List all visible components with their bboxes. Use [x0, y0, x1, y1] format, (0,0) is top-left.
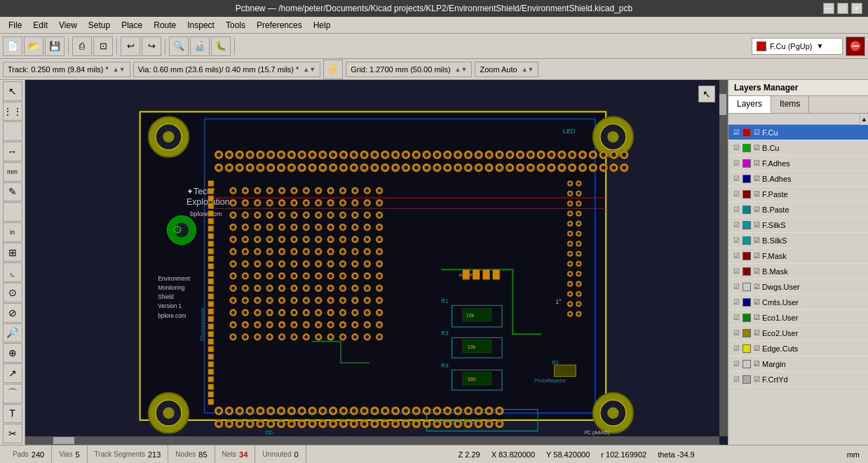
minimize-button[interactable]: — [823, 3, 834, 14]
layer-row[interactable]: ☑☑F.SilkS [728, 217, 868, 233]
layers-list[interactable]: ☑☑F.Cu☑☑B.Cu☑☑F.Adhes☑☑B.Adhes☑☑F.Paste☑… [728, 125, 868, 445]
scrollbar-vertical[interactable] [719, 80, 728, 436]
search-left[interactable]: 🔎 [3, 323, 22, 343]
layer-row[interactable]: ☑☑Dwgs.User [728, 279, 868, 295]
arc-tool[interactable]: ◟ [3, 262, 22, 282]
layer-row[interactable]: ☑☑F.Paste [728, 187, 868, 202]
menu-tools[interactable]: Tools [220, 19, 251, 32]
layer-visibility-icon[interactable]: ☑ [731, 251, 741, 261]
grid-field[interactable]: Grid: 1.2700 mm (50.00 mils) ▲▼ [346, 62, 472, 77]
erc-button[interactable]: 🔬 [190, 36, 210, 56]
layer-check-icon[interactable]: ☑ [754, 159, 760, 167]
layer-visibility-icon[interactable]: ☑ [731, 313, 741, 323]
layer-visibility-icon[interactable]: ☑ [731, 189, 741, 199]
layer-visibility-icon[interactable]: ☑ [731, 344, 741, 354]
layer-check-icon[interactable]: ☑ [754, 360, 760, 368]
layer-visibility-icon[interactable]: ☑ [731, 359, 741, 369]
layer-row[interactable]: ☑☑Eco1.User [728, 310, 868, 326]
layer-check-icon[interactable]: ☑ [754, 206, 760, 213]
layer-visibility-icon[interactable]: ☑ [731, 174, 741, 184]
text-tool[interactable]: T [3, 404, 22, 424]
layer-visibility-icon[interactable]: ☑ [731, 236, 741, 246]
via-arrow[interactable]: ▲▼ [303, 66, 316, 73]
grid-arrow[interactable]: ▲▼ [455, 66, 468, 73]
layer-row[interactable]: ☑☑B.Mask [728, 264, 868, 279]
layer-visibility-icon[interactable]: ☑ [731, 267, 741, 276]
menu-setup[interactable]: Setup [83, 19, 116, 32]
drc-button[interactable]: ⚡ [323, 60, 343, 79]
delete-tool[interactable]: ✂ [3, 424, 22, 443]
menu-place[interactable]: Place [116, 19, 148, 32]
layer-check-icon[interactable]: ☑ [754, 298, 760, 306]
via-tool[interactable]: ⊕ [3, 343, 22, 363]
blank1[interactable] [3, 121, 22, 141]
scroll-up-arrow[interactable]: ▲ [860, 114, 868, 125]
menu-file[interactable]: File [3, 19, 27, 32]
layer-row[interactable]: ☑☑Margin [728, 356, 868, 372]
search-button[interactable]: 🔍 [169, 36, 189, 56]
menu-view[interactable]: View [53, 19, 83, 32]
layer-check-icon[interactable]: ☑ [754, 236, 760, 244]
layer-check-icon[interactable]: ☑ [754, 267, 760, 275]
layer-check-icon[interactable]: ☑ [754, 128, 760, 136]
zoom-arrow[interactable]: ▲▼ [522, 66, 534, 73]
tab-layers[interactable]: Layers [728, 96, 771, 113]
layer-visibility-icon[interactable]: ☑ [731, 282, 741, 292]
tab-items[interactable]: Items [771, 96, 809, 113]
layer-check-icon[interactable]: ☑ [754, 190, 760, 198]
window-controls[interactable]: — □ ✕ [823, 3, 862, 14]
open-button[interactable]: 📂 [24, 36, 43, 56]
new-button[interactable]: 📄 [3, 36, 22, 56]
canvas-area[interactable]: ✦Tech° Explorations bplore.com ⚙ Environ… [25, 80, 728, 445]
edit-tool[interactable]: ✎ [3, 182, 22, 202]
inspect-tool[interactable]: in [3, 222, 22, 242]
pad-tool[interactable]: ⊞ [3, 243, 22, 262]
plot-button[interactable]: ⊡ [93, 36, 113, 56]
layer-row[interactable]: ☑☑F.Mask [728, 248, 868, 264]
layer-check-icon[interactable]: ☑ [754, 344, 760, 352]
pcb-canvas[interactable]: ✦Tech° Explorations bplore.com ⚙ Environ… [25, 80, 728, 445]
drc-tool[interactable]: ⊘ [3, 303, 22, 323]
layer-row[interactable]: ☑☑F.Cu [728, 125, 868, 140]
arrow-tool[interactable]: ↗ [3, 363, 22, 383]
layer-row[interactable]: ☑☑F.CrtYd [728, 372, 868, 387]
curve-tool[interactable]: ⌒ [3, 384, 22, 403]
layer-row[interactable]: ☑☑Cmts.User [728, 295, 868, 310]
print-button[interactable]: ⎙ [72, 36, 92, 56]
grid-tool[interactable]: ⋮⋮ [3, 102, 22, 121]
layer-check-icon[interactable]: ☑ [754, 329, 760, 337]
layer-visibility-icon[interactable]: ☑ [731, 328, 741, 338]
layer-row[interactable]: ☑☑B.Paste [728, 202, 868, 217]
menu-preferences[interactable]: Preferences [251, 19, 308, 32]
scroll-thumb-v[interactable] [719, 94, 726, 115]
menu-edit[interactable]: Edit [27, 19, 53, 32]
layer-row[interactable]: ☑☑B.Adhes [728, 171, 868, 187]
layer-row[interactable]: ☑☑Eco2.User [728, 326, 868, 341]
save-button[interactable]: 💾 [45, 36, 65, 56]
close-button[interactable]: ✕ [851, 3, 862, 14]
blank2[interactable] [3, 202, 22, 222]
layer-visibility-icon[interactable]: ☑ [731, 159, 741, 168]
circle-tool[interactable]: ⊙ [3, 283, 22, 302]
scroll-thumb-h[interactable] [53, 437, 74, 444]
layer-check-icon[interactable]: ☑ [754, 252, 760, 260]
layer-visibility-icon[interactable]: ☑ [731, 375, 741, 384]
maximize-button[interactable]: □ [837, 3, 848, 14]
layer-visibility-icon[interactable]: ☑ [731, 143, 741, 153]
layer-row[interactable]: ☑☑F.Adhes [728, 156, 868, 171]
layer-select-dropdown[interactable]: F.Cu (PgUp)▼ [752, 38, 843, 55]
undo-button[interactable]: ↩ [121, 36, 140, 56]
canvas-cursor-tool[interactable]: ↖ [698, 86, 715, 102]
scrollbar-horizontal[interactable] [25, 436, 719, 445]
layer-row[interactable]: ☑☑Edge.Cuts [728, 341, 868, 356]
layer-check-icon[interactable]: ☑ [754, 221, 760, 229]
units-tool[interactable]: mm [3, 162, 22, 182]
via-field[interactable]: Via: 0.60 mm (23.6 mils)/ 0.40 mm (15.7 … [133, 62, 320, 77]
menu-route[interactable]: Route [148, 19, 182, 32]
drc-btn2[interactable]: ⛔ [846, 36, 865, 56]
layer-check-icon[interactable]: ☑ [754, 144, 760, 152]
layer-check-icon[interactable]: ☑ [754, 375, 760, 383]
zoom-field[interactable]: Zoom Auto ▲▼ [475, 62, 538, 77]
layer-row[interactable]: ☑☑B.SilkS [728, 233, 868, 248]
select-tool[interactable]: ↖ [3, 81, 22, 101]
